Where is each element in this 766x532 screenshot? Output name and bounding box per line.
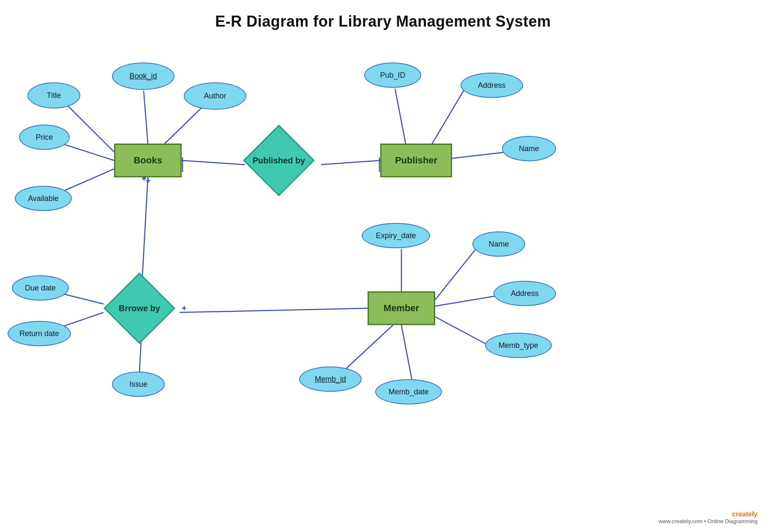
svg-line-11: [435, 247, 477, 300]
expiry-date-attribute: Expiry_date: [362, 223, 430, 248]
page-title: E-R Diagram for Library Management Syste…: [0, 0, 766, 30]
publisher-name-attribute: Name: [502, 136, 556, 161]
published-by-relationship: Published by: [237, 135, 321, 186]
author-attribute: Author: [184, 82, 246, 110]
member-name-attribute: Name: [472, 231, 525, 257]
mem-date-label: Memb_date: [388, 388, 428, 396]
mem-name-label: Name: [488, 240, 509, 249]
svg-line-6: [321, 160, 380, 165]
svg-line-8: [431, 89, 465, 146]
issue-attribute: Issue: [112, 372, 165, 397]
due-date-label: Due date: [25, 284, 56, 293]
available-attribute: Available: [15, 186, 72, 211]
issue-label: Issue: [129, 380, 147, 389]
svg-line-9: [452, 152, 507, 158]
browse-by-label: Brrowe by: [119, 304, 160, 313]
svg-line-13: [431, 315, 490, 346]
svg-line-16: [142, 177, 148, 291]
pub-address-label: Address: [478, 81, 506, 90]
title-label: Title: [47, 91, 61, 100]
pub-id-attribute: Pub_ID: [364, 62, 421, 88]
member-address-attribute: Address: [493, 281, 556, 306]
return-date-label: Return date: [19, 329, 59, 338]
published-by-label: Published by: [253, 156, 305, 166]
pub-name-label: Name: [519, 144, 539, 153]
publisher-address-attribute: Address: [461, 73, 523, 98]
mem-id-label: Memb_id: [315, 375, 346, 384]
diagram-container: E-R Diagram for Library Management Syste…: [0, 0, 766, 532]
svg-text:+: +: [146, 176, 151, 185]
watermark: creately www.creately.com • Online Diagr…: [659, 510, 758, 524]
publisher-label: Publisher: [395, 155, 437, 166]
title-attribute: Title: [27, 82, 80, 109]
book-id-label: Book_id: [129, 72, 157, 81]
mem-address-label: Address: [511, 289, 539, 298]
pub-id-label: Pub_ID: [380, 71, 405, 80]
member-date-attribute: Memb_date: [375, 379, 442, 404]
svg-line-5: [182, 160, 245, 165]
author-label: Author: [204, 92, 226, 100]
member-label: Member: [384, 303, 419, 314]
publisher-entity: Publisher: [380, 144, 452, 177]
svg-line-15: [401, 325, 412, 380]
member-id-attribute: Memb_id: [299, 366, 362, 392]
member-entity: Member: [368, 291, 435, 325]
price-label: Price: [35, 133, 53, 142]
books-entity: Books: [114, 144, 182, 177]
due-date-attribute: Due date: [12, 275, 69, 301]
price-attribute: Price: [19, 125, 70, 150]
svg-line-20: [180, 308, 368, 312]
watermark-text: www.creately.com • Online Diagramming: [659, 518, 758, 524]
expiry-date-label: Expiry_date: [376, 231, 416, 240]
member-type-attribute: Memb_type: [485, 333, 552, 358]
svg-line-7: [395, 89, 406, 144]
mem-type-label: Memb_type: [499, 341, 538, 350]
svg-line-12: [435, 296, 499, 306]
available-label: Available: [28, 194, 59, 203]
return-date-attribute: Return date: [8, 321, 71, 346]
browse-by-relationship: Brrowe by: [95, 283, 184, 334]
brand-name: creately: [732, 510, 758, 518]
svg-line-0: [144, 91, 148, 144]
book-id-attribute: Book_id: [112, 62, 174, 90]
books-label: Books: [134, 155, 162, 166]
